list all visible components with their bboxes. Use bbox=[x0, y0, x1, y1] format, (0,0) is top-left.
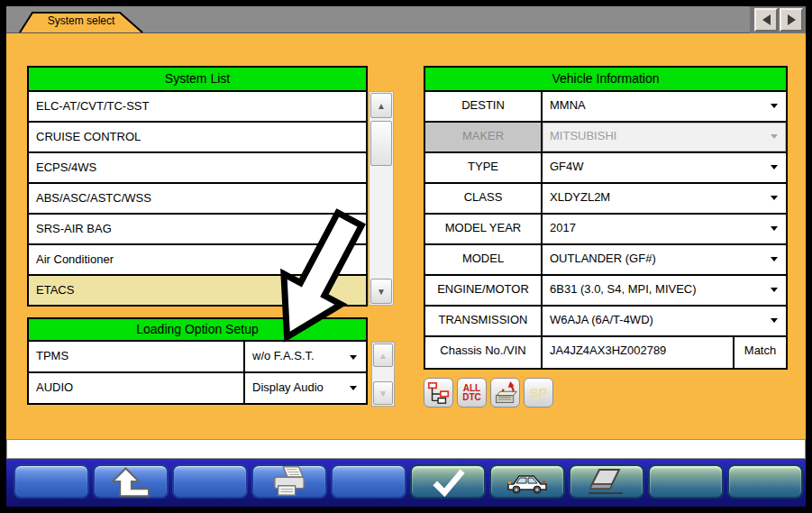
field-label: MODEL YEAR bbox=[425, 215, 543, 243]
vehicle-info-row: DESTIN MMNA bbox=[425, 92, 786, 123]
arrow-right-icon bbox=[788, 14, 796, 25]
list-item[interactable]: SRS-AIR BAG bbox=[29, 215, 366, 245]
vehicle-info-row-disabled: MAKER MITSUBISHI bbox=[425, 123, 786, 153]
scroll-down-button-disabled: ▼ bbox=[373, 381, 393, 405]
all-dtc-icon: DTC bbox=[462, 393, 481, 402]
all-dtc-button[interactable]: ALL DTC bbox=[457, 378, 487, 408]
prev-tab-button[interactable] bbox=[754, 8, 778, 32]
toolbar-button-blank-3[interactable] bbox=[331, 464, 406, 499]
print-button[interactable] bbox=[251, 464, 327, 499]
vehicle-info-row: MODEL OUTLANDER (GF#) bbox=[425, 245, 786, 276]
tab-nav-panel bbox=[750, 6, 806, 33]
eraser-icon bbox=[587, 466, 626, 497]
match-button[interactable]: Match bbox=[733, 337, 786, 368]
scroll-up-button[interactable]: ▲ bbox=[370, 93, 392, 118]
field-label: TRANSMISSION bbox=[425, 307, 543, 335]
car-icon bbox=[506, 468, 549, 495]
toolbar-button-blank-2[interactable] bbox=[172, 464, 248, 499]
list-item[interactable]: ABS/ASC/ASTC/WSS bbox=[29, 184, 366, 215]
toolbar-button-blank-5[interactable] bbox=[727, 464, 803, 499]
system-list-scrollbar[interactable]: ▲ ▼ bbox=[369, 91, 394, 306]
vehicle-info-table: DESTIN MMNA MAKER MITSUBISHI TYPE GF4W C… bbox=[424, 90, 788, 370]
vehicle-info-header: Vehicle Information bbox=[424, 66, 788, 92]
scroll-down-button[interactable]: ▼ bbox=[370, 279, 392, 304]
field-label: CLASS bbox=[425, 184, 543, 213]
ok-confirm-button[interactable] bbox=[410, 464, 486, 499]
engine-dropdown[interactable]: 6B31 (3.0, S4, MPI, MIVEC) bbox=[543, 276, 786, 305]
option-row: AUDIO Display Audio bbox=[29, 373, 366, 403]
vehicle-info-row: CLASS XLDYZL2M bbox=[425, 184, 786, 215]
destin-dropdown[interactable]: MMNA bbox=[543, 92, 786, 121]
ecu-reload-button[interactable] bbox=[490, 378, 520, 408]
sp-button-disabled: SP bbox=[524, 378, 553, 408]
vehicle-info-row: TRANSMISSION W6AJA (6A/T-4WD) bbox=[425, 307, 786, 337]
list-item-selected[interactable]: ETACS bbox=[29, 276, 366, 305]
system-tree-button[interactable] bbox=[424, 378, 453, 408]
all-dtc-icon: ALL bbox=[463, 384, 480, 393]
caret-down-icon bbox=[771, 288, 778, 292]
class-dropdown[interactable]: XLDYZL2M bbox=[543, 184, 786, 213]
checkmark-icon bbox=[423, 464, 473, 499]
vin-value: JA4JZ4AX3HZ002789 bbox=[543, 337, 733, 368]
list-item[interactable]: Air Conditioner bbox=[29, 245, 366, 276]
caret-down-icon bbox=[771, 196, 778, 200]
field-label: MAKER bbox=[425, 123, 543, 151]
arrow-left-icon bbox=[762, 14, 771, 25]
caret-down-icon bbox=[771, 104, 778, 108]
toolbar-button-blank-1[interactable] bbox=[14, 464, 89, 499]
audio-dropdown[interactable]: Display Audio bbox=[245, 373, 366, 403]
list-item[interactable]: ELC-AT/CVT/TC-SST bbox=[29, 92, 366, 123]
triangle-down-icon: ▼ bbox=[377, 287, 386, 297]
scroll-up-button-disabled: ▲ bbox=[373, 344, 393, 367]
field-label: Chassis No./VIN bbox=[425, 337, 543, 368]
field-label: DESTIN bbox=[425, 92, 543, 121]
vehicle-select-button[interactable] bbox=[489, 464, 565, 499]
caret-down-icon bbox=[771, 318, 778, 323]
printer-icon bbox=[269, 464, 309, 499]
tpms-dropdown[interactable]: w/o F.A.S.T. bbox=[245, 342, 366, 371]
loading-option-table: TPMS w/o F.A.S.T. AUDIO Display Audio bbox=[27, 340, 368, 405]
next-tab-button[interactable] bbox=[780, 8, 803, 32]
caret-down-icon bbox=[771, 226, 778, 231]
bottom-toolbar bbox=[6, 459, 806, 507]
tab-label: System select bbox=[36, 14, 126, 27]
field-label: ENGINE/MOTOR bbox=[425, 276, 543, 305]
field-label: MODEL bbox=[425, 245, 543, 274]
erase-button[interactable] bbox=[569, 464, 644, 499]
sp-icon: SP bbox=[529, 385, 547, 400]
transmission-dropdown[interactable]: W6AJA (6A/T-4WD) bbox=[543, 307, 786, 335]
triangle-up-icon: ▲ bbox=[379, 351, 388, 361]
vehicle-info-row: MODEL YEAR 2017 bbox=[425, 215, 786, 245]
option-label: TPMS bbox=[29, 342, 245, 371]
caret-down-icon bbox=[350, 355, 357, 360]
caret-down-icon bbox=[771, 165, 778, 169]
field-label: TYPE bbox=[425, 153, 543, 182]
system-list-header: System List bbox=[27, 66, 368, 92]
list-item[interactable]: ECPS/4WS bbox=[29, 153, 366, 184]
ecu-reload-icon bbox=[493, 380, 518, 406]
system-list: ELC-AT/CVT/TC-SST CRUISE CONTROL ECPS/4W… bbox=[27, 90, 368, 307]
option-label: AUDIO bbox=[29, 373, 245, 403]
type-dropdown[interactable]: GF4W bbox=[543, 153, 786, 182]
mut3-window: System select System List ELC-AT/CVT/TC-… bbox=[0, 0, 812, 513]
triangle-up-icon: ▲ bbox=[377, 101, 386, 111]
vehicle-info-row: ENGINE/MOTOR 6B31 (3.0, S4, MPI, MIVEC) bbox=[425, 276, 786, 307]
vehicle-info-row: Chassis No./VIN JA4JZ4AX3HZ002789 Match bbox=[425, 337, 786, 368]
toolbar-button-blank-4[interactable] bbox=[648, 464, 724, 499]
caret-down-icon bbox=[350, 386, 357, 390]
caret-down-icon bbox=[771, 257, 778, 261]
status-bar bbox=[6, 439, 806, 459]
maker-dropdown-disabled: MITSUBISHI bbox=[543, 123, 786, 151]
back-home-button[interactable] bbox=[93, 464, 169, 499]
caret-down-icon bbox=[771, 134, 778, 139]
scrollbar-thumb[interactable] bbox=[370, 121, 392, 166]
model-dropdown[interactable]: OUTLANDER (GF#) bbox=[543, 245, 786, 274]
list-item[interactable]: CRUISE CONTROL bbox=[29, 123, 366, 153]
vehicle-info-row: TYPE GF4W bbox=[425, 153, 786, 184]
loading-option-scrollbar: ▲ ▼ bbox=[371, 342, 395, 407]
model-year-dropdown[interactable]: 2017 bbox=[543, 215, 786, 243]
system-tree-icon bbox=[426, 380, 452, 406]
return-arrow-icon bbox=[107, 463, 154, 499]
triangle-down-icon: ▼ bbox=[379, 389, 388, 398]
option-row: TPMS w/o F.A.S.T. bbox=[29, 342, 366, 373]
